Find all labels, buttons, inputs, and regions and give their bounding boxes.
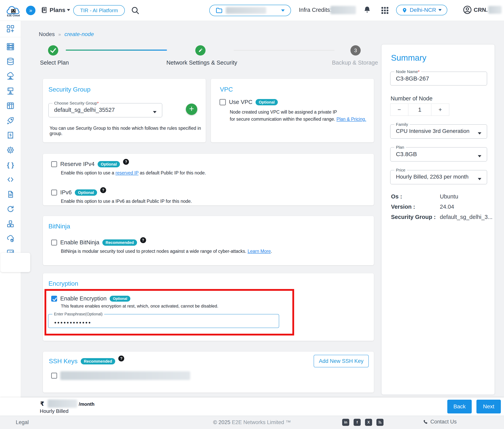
sidebar-popover [0,253,30,272]
ssh-help-icon[interactable]: ? [118,356,124,361]
nodes-icon[interactable] [6,42,15,51]
chevron-down-icon [478,132,481,134]
security-group-select[interactable]: Choose Security Group* default_sg_delhi_… [48,101,162,117]
chevron-down-icon [153,111,157,113]
step-2-network-settings[interactable] [195,45,205,55]
hourly-billed-label: Hourly Billed [40,408,69,414]
sidebar-divider [0,37,21,37]
plan-select[interactable]: Plan C3.8GB [390,145,487,161]
billing-icon[interactable]: $ [6,131,15,140]
version-label: Version : [391,204,415,210]
add-security-group-button[interactable]: + [186,104,197,115]
notifications-bell-icon[interactable] [363,6,371,15]
family-select[interactable]: Family CPU Intensive 3rd Generation [390,122,487,139]
linkedin-icon[interactable]: in [342,419,349,426]
encryption-title: Encryption [48,280,78,287]
enable-bitninja-checkbox[interactable] [51,240,57,246]
version-value: 24.04 [440,204,454,210]
ipv4-help-icon[interactable]: ? [123,159,129,165]
tir-ai-platform-button[interactable]: TIR - AI Platform [73,5,125,16]
use-vpc-checkbox[interactable] [220,99,226,105]
ssh-keys-title: SSH Keys [49,358,78,365]
vpc-card: VPC Use VPC Optional Node created using … [211,79,374,142]
add-new-ssh-key-button[interactable]: Add New SSH Key [314,355,369,367]
region-label: Delhi-NCR [410,7,436,13]
launch-icon[interactable] [6,116,15,125]
increase-node-count-button[interactable]: + [431,104,449,116]
infra-credits-value-redacted [330,6,356,14]
braces-icon[interactable]: { } [6,161,15,169]
packages-icon[interactable] [6,220,15,228]
dashboard-icon[interactable] [6,24,15,33]
ipv6-help-icon[interactable]: ? [100,187,106,193]
ssh-key-name-redacted [60,371,190,380]
os-value: Ubuntu [440,193,458,200]
check-icon [50,47,56,53]
settings-icon[interactable] [6,146,15,154]
security-group-select-value: default_sg_delhi_35527 [49,106,162,113]
e2e-cloud-logo[interactable]: E2E Cloud [3,1,24,20]
search-icon[interactable] [131,6,140,15]
contact-us[interactable]: Contact Us [423,419,457,425]
node-name-value: C3-8GB-267 [390,74,487,82]
plus-icon: + [438,106,442,113]
back-button[interactable]: Back [447,400,472,413]
encryption-card: Encryption Enable Encryption Optional Th… [43,273,374,341]
ipv4-desc: Enable this option to use a reserved IP … [61,170,206,176]
step-connector-1 [66,50,167,51]
location-pin-icon [402,7,407,13]
chevrons-right-icon: » [29,8,32,14]
refresh-icon[interactable] [6,205,15,214]
family-label: Family [396,122,408,127]
step-3-backup-storage[interactable]: 3 [350,45,361,55]
ipv6-row: IPv6 Optional ? [51,189,106,196]
chevron-down-icon [478,178,481,180]
summary-sg-value: default_sg_delhi_3... [440,214,493,220]
x-twitter-icon[interactable]: X [365,419,372,426]
step-2-label: Network Settings & Security [166,59,237,66]
cloud-network-icon[interactable] [6,72,15,80]
rss-icon[interactable] [376,419,383,426]
next-button[interactable]: Next [477,400,501,413]
plan-label: Plan [396,145,404,149]
node-name-input[interactable]: Node Name* C3-8GB-267 [390,69,487,85]
region-selector[interactable]: Delhi-NCR [396,5,447,15]
enable-bitninja-label: Enable BitNinja [60,239,99,246]
ssh-key-checkbox[interactable] [51,373,57,379]
breadcrumb-nodes[interactable]: Nodes [39,31,55,37]
crn-value-redacted [488,6,502,14]
plans-menu[interactable]: Plans [41,6,70,14]
plan-pricing-link[interactable]: Plan & Pricing. [336,116,366,122]
cloud-schedule-icon[interactable] [6,234,15,243]
bottom-price-bar: ₹ /month Hourly Billed Back Next [0,397,504,416]
facebook-icon[interactable]: f [354,419,361,426]
sidebar-collapse-button[interactable]: » [26,6,35,15]
learn-more-link[interactable]: Learn More [248,249,271,254]
database-icon[interactable] [6,57,15,66]
bitninja-help-icon[interactable]: ? [140,237,146,243]
bitninja-card: BitNinja Enable BitNinja Recommended ? B… [43,216,374,265]
ipv6-checkbox[interactable] [51,190,57,196]
document-icon[interactable] [6,190,15,199]
social-links: in f X [342,419,383,426]
vpc-title: VPC [220,86,233,93]
summary-panel: Summary Node Name* C3-8GB-267 Number of … [381,44,495,395]
bitninja-recommended-badge: Recommended [102,239,137,246]
node-count-stepper: − 1 + [390,104,449,116]
server-network-icon[interactable] [6,87,15,95]
node-name-label: Node Name [396,69,418,74]
phone-icon [423,419,428,425]
account-icon[interactable] [463,5,472,15]
code-icon[interactable] [6,175,15,184]
minus-icon: − [398,106,401,113]
rupee-symbol: ₹ [40,400,44,407]
apps-grid-icon[interactable] [381,6,389,15]
reserve-ipv4-checkbox[interactable] [51,161,57,167]
storage-icon[interactable] [6,101,15,110]
project-selector[interactable] [209,5,291,16]
reserved-ip-link[interactable]: reserved IP [115,170,138,175]
decrease-node-count-button[interactable]: − [390,104,408,116]
price-select[interactable]: Price Hourly Billed, 2263 per month [390,168,487,184]
step-1-select-plan[interactable] [48,45,58,55]
reserve-ipv4-label: Reserve IPv4 [60,161,95,167]
